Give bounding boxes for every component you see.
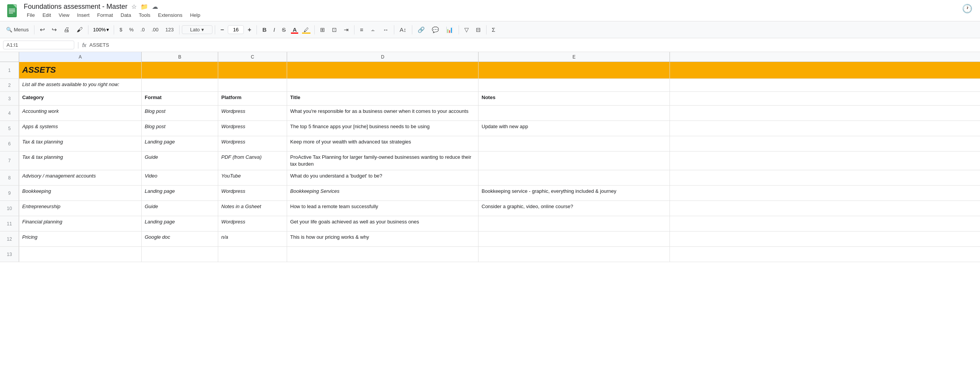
search-menus-button[interactable]: 🔍 Menus (3, 25, 32, 34)
menu-insert[interactable]: Insert (74, 11, 93, 19)
bold-button[interactable]: B (259, 25, 270, 34)
undo-button[interactable]: ↩ (37, 24, 48, 35)
cell-c9[interactable]: Wordpress (218, 186, 287, 200)
cell-a9[interactable]: Bookkeeping (19, 186, 142, 200)
history-icon[interactable]: 🕐 (962, 4, 972, 14)
cell-b10[interactable]: Guide (142, 201, 218, 216)
cell-e9[interactable]: Bookkeeping service - graphic, everythin… (479, 186, 670, 200)
cell-c13[interactable] (218, 247, 287, 262)
menu-file[interactable]: File (24, 11, 38, 19)
cell-c11[interactable]: Wordpress (218, 216, 287, 231)
col-header-b[interactable]: B (142, 52, 218, 62)
cell-d1[interactable] (287, 62, 479, 78)
cell-e13[interactable] (479, 247, 670, 262)
cell-d2[interactable] (287, 79, 479, 91)
col-header-a[interactable]: A (19, 52, 142, 62)
cell-a11[interactable]: Financial planning (19, 216, 142, 231)
cell-d8[interactable]: What do you understand a 'budget' to be? (287, 170, 479, 185)
menu-extensions[interactable]: Extensions (155, 11, 186, 19)
wrap-button[interactable]: ⇥ (341, 25, 352, 35)
filter-button[interactable]: ▽ (461, 25, 472, 35)
cell-c3[interactable]: Platform (218, 92, 287, 105)
cell-c1[interactable] (218, 62, 287, 78)
text-color-button[interactable]: A (289, 25, 300, 34)
cell-b1[interactable] (142, 62, 218, 78)
col-header-d[interactable]: D (287, 52, 479, 62)
col-header-e[interactable]: E (479, 52, 670, 62)
col-header-c[interactable]: C (218, 52, 287, 62)
menu-edit[interactable]: Edit (39, 11, 54, 19)
italic-button[interactable]: I (270, 25, 278, 34)
paint-format-button[interactable]: 🖌 (74, 25, 86, 35)
font-selector[interactable]: Lato ▾ (182, 25, 212, 34)
cell-e12[interactable] (479, 231, 670, 246)
cell-c8[interactable]: YouTube (218, 170, 287, 185)
chart-button[interactable]: 📊 (443, 25, 456, 35)
cell-e8[interactable] (479, 170, 670, 185)
functions-button[interactable]: Σ (489, 25, 498, 34)
cell-e1[interactable] (479, 62, 670, 78)
strikethrough-button[interactable]: S (279, 25, 289, 34)
cell-b4[interactable]: Blog post (142, 106, 218, 121)
cell-d9[interactable]: Bookkeeping Services (287, 186, 479, 200)
format-123-button[interactable]: 123 (162, 25, 177, 34)
cell-a5[interactable]: Apps & systems (19, 121, 142, 136)
cell-a12[interactable]: Pricing (19, 231, 142, 246)
rotate-button[interactable]: ↔ (380, 25, 392, 34)
cell-e10[interactable]: Consider a graphic, video, online course… (479, 201, 670, 216)
menu-tools[interactable]: Tools (136, 11, 153, 19)
cell-c12[interactable]: n/a (218, 231, 287, 246)
cell-reference-input[interactable] (3, 41, 74, 49)
cell-d4[interactable]: What you're responsible for as a busines… (287, 106, 479, 121)
font-size-decrease-button[interactable]: − (217, 25, 227, 35)
cell-a8[interactable]: Advisory / management accounts (19, 170, 142, 185)
cell-a4[interactable]: Accounting work (19, 106, 142, 121)
cell-b7[interactable]: Guide (142, 152, 218, 170)
percent-button[interactable]: % (126, 25, 137, 34)
menu-help[interactable]: Help (187, 11, 203, 19)
menu-data[interactable]: Data (118, 11, 134, 19)
cloud-icon[interactable]: ☁ (152, 3, 158, 10)
cell-e11[interactable] (479, 216, 670, 231)
comment-button[interactable]: 💬 (429, 25, 442, 35)
cell-b9[interactable]: Landing page (142, 186, 218, 200)
cell-a13[interactable] (19, 247, 142, 262)
merge-cells-button[interactable]: ⊡ (329, 25, 340, 35)
menu-view[interactable]: View (56, 11, 72, 19)
cell-c10[interactable]: Notes in a Gsheet (218, 201, 287, 216)
cell-d5[interactable]: The top 5 finance apps your [niche] busi… (287, 121, 479, 136)
cell-e3[interactable]: Notes (479, 92, 670, 105)
cell-b5[interactable]: Blog post (142, 121, 218, 136)
font-size-input[interactable] (228, 25, 244, 34)
cell-e4[interactable] (479, 106, 670, 121)
currency-button[interactable]: $ (116, 25, 125, 34)
cell-d6[interactable]: Keep more of your wealth with advanced t… (287, 136, 479, 151)
cell-d13[interactable] (287, 247, 479, 262)
font-size-increase-button[interactable]: + (245, 25, 254, 35)
align-button[interactable]: ≡ (357, 25, 366, 34)
cell-a1[interactable]: ASSETS (19, 62, 142, 78)
valign-button[interactable]: ⫠ (367, 25, 379, 34)
cell-d7[interactable]: ProActive Tax Planning for larger family… (287, 152, 479, 170)
cell-b11[interactable]: Landing page (142, 216, 218, 231)
folder-icon[interactable]: 📁 (140, 3, 148, 10)
filter-views-button[interactable]: ⊟ (473, 25, 484, 35)
redo-button[interactable]: ↪ (49, 24, 60, 35)
cell-a10[interactable]: Entrepreneurship (19, 201, 142, 216)
cell-c2[interactable] (218, 79, 287, 91)
decimal-increase-button[interactable]: .00 (149, 25, 162, 34)
cell-a6[interactable]: Tax & tax planning (19, 136, 142, 151)
cell-d10[interactable]: How to lead a remote team successfully (287, 201, 479, 216)
cell-d3[interactable]: Title (287, 92, 479, 105)
cell-c5[interactable]: Wordpress (218, 121, 287, 136)
borders-button[interactable]: ⊞ (317, 25, 328, 35)
text-direction-button[interactable]: A↕ (397, 25, 410, 34)
menu-format[interactable]: Format (94, 11, 116, 19)
decimal-decrease-button[interactable]: .0 (137, 25, 148, 34)
star-icon[interactable]: ☆ (131, 3, 137, 10)
cell-e7[interactable] (479, 152, 670, 170)
cell-a3[interactable]: Category (19, 92, 142, 105)
link-button[interactable]: 🔗 (415, 25, 428, 35)
cell-b6[interactable]: Landing page (142, 136, 218, 151)
highlight-color-button[interactable]: 🖊 (301, 25, 312, 34)
